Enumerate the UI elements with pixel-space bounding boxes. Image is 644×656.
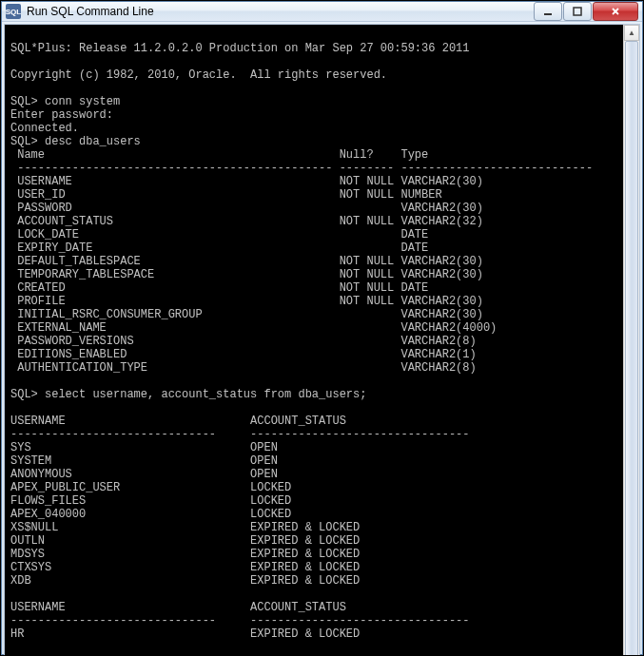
content-area: SQL*Plus: Release 11.2.0.2.0 Production …	[4, 24, 640, 656]
minimize-button[interactable]	[534, 2, 562, 21]
window-title: Run SQL Command Line	[27, 5, 534, 18]
svg-rect-1	[574, 8, 581, 15]
app-window: SQL Run SQL Command Line SQL*Plus: Relea…	[1, 1, 643, 655]
vertical-scrollbar[interactable]: ▲ ▼	[623, 25, 639, 656]
svg-rect-0	[544, 13, 552, 15]
maximize-button[interactable]	[563, 2, 592, 21]
scroll-track[interactable]	[624, 41, 639, 656]
app-icon: SQL	[6, 4, 21, 19]
titlebar[interactable]: SQL Run SQL Command Line	[2, 2, 642, 22]
scroll-thumb[interactable]	[625, 41, 638, 656]
scroll-up-arrow-icon[interactable]: ▲	[624, 25, 639, 41]
window-controls	[534, 2, 638, 21]
close-button[interactable]	[593, 2, 638, 21]
terminal-output[interactable]: SQL*Plus: Release 11.2.0.2.0 Production …	[5, 25, 623, 656]
